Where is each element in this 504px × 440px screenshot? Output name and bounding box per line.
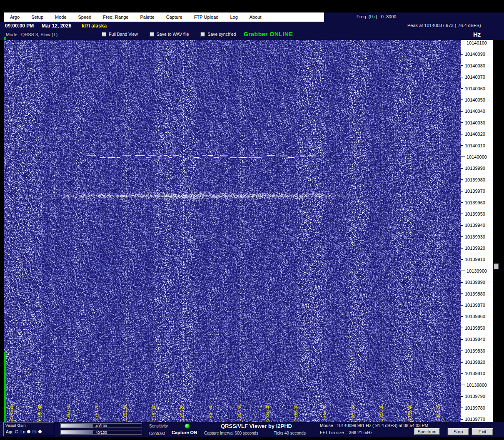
- checkbox-save-to-wav-file[interactable]: Save to WAV file: [150, 32, 189, 37]
- freq-tick: 10139910: [461, 257, 493, 262]
- checkbox-group: Full Band ViewSave to WAV fileSave synch…: [102, 32, 236, 37]
- checkbox-full-band-view[interactable]: Full Band View: [102, 32, 138, 37]
- freq-tick: 10140080: [461, 63, 493, 68]
- tick-mark-icon: [461, 419, 463, 420]
- menu-item-argo[interactable]: Argo: [4, 12, 25, 22]
- time-label: 20:53:20: [180, 405, 185, 421]
- mode-label: Mode : QRSS 3, Slow (T): [6, 32, 57, 37]
- clock-display: 09:00:00 PM: [5, 23, 34, 29]
- freq-label: 10139970: [465, 189, 485, 194]
- freq-tick: 10139980: [461, 177, 493, 182]
- mode-bar: Mode : QRSS 3, Slow (T) Full Band ViewSa…: [0, 30, 504, 40]
- tick-mark-icon: [461, 396, 463, 397]
- freq-label: 10140090: [465, 52, 485, 57]
- waterfall-area: 20:49:2020:50:0020:50:4020:51:2020:52:00…: [4, 40, 461, 422]
- menu-item-speed[interactable]: Speed: [72, 12, 97, 22]
- capture-status: Capture ON: [172, 430, 197, 435]
- visual-gain-option-hi[interactable]: Hi: [32, 429, 42, 434]
- freq-tick: 10140010: [461, 143, 493, 148]
- radio-icon: [38, 430, 42, 433]
- freq-label: 10139890: [465, 280, 485, 285]
- tick-mark-icon: [461, 328, 463, 328]
- radio-icon: [15, 430, 18, 433]
- freq-tick: 10139960: [461, 200, 493, 205]
- menu-item-capture[interactable]: Capture: [160, 12, 188, 22]
- freq-label: 10140080: [465, 63, 485, 68]
- visual-gain-option-agc[interactable]: Agc: [6, 429, 18, 434]
- checkbox-box-icon: [200, 32, 205, 37]
- radio-icon: [27, 430, 30, 433]
- menu-item-ftp-upload[interactable]: FTP Upload: [188, 12, 225, 22]
- visual-gain-options: AgcLoHi: [6, 429, 42, 434]
- freq-label: 10139830: [465, 348, 485, 353]
- time-label: 20:54:00: [208, 405, 213, 421]
- checkbox-box-icon: [102, 32, 106, 37]
- tick-mark-icon: [461, 373, 463, 374]
- time-label: 20:56:40: [322, 405, 327, 421]
- freq-label: 10140100: [467, 40, 487, 45]
- freq-tick: 10139840: [461, 337, 493, 342]
- freq-label: 10139960: [465, 200, 485, 205]
- freq-tick: 10139860: [461, 314, 493, 319]
- freq-label: 10139930: [465, 234, 485, 239]
- tick-mark-icon: [461, 168, 463, 169]
- freq-tick: 10140100: [461, 40, 493, 45]
- sensitivity-slider[interactable]: 40/100: [60, 423, 142, 428]
- freq-label: 10139810: [465, 371, 485, 376]
- freq-label: 10139850: [465, 326, 485, 331]
- freq-tick: 10139780: [461, 405, 493, 410]
- freq-tick: 10139850: [461, 326, 493, 331]
- freq-label: 10139920: [465, 246, 485, 251]
- tick-mark-icon: [461, 65, 463, 66]
- tick-mark-icon: [461, 43, 465, 43]
- menu-item-freq-range[interactable]: Freq. Range: [97, 12, 134, 22]
- menu-item-palette[interactable]: Palette: [135, 12, 160, 22]
- contrast-value: 40/100: [61, 430, 142, 435]
- menu-item-mode[interactable]: Mode: [49, 12, 72, 22]
- menu-item-log[interactable]: Log: [224, 12, 243, 22]
- freq-label: 10140010: [465, 143, 485, 148]
- tick-mark-icon: [461, 134, 463, 134]
- freq-tick: 10139770: [461, 417, 493, 422]
- freq-label: 10139790: [465, 394, 485, 399]
- freq-label: 10140000: [467, 154, 487, 159]
- freq-tick: 10139920: [461, 246, 493, 251]
- scrollbar-thumb[interactable]: [494, 264, 499, 269]
- contrast-slider[interactable]: 40/100: [60, 430, 142, 435]
- time-label: 20:58:00: [379, 405, 384, 421]
- checkbox-box-icon: [150, 32, 154, 37]
- freq-label: 10140030: [465, 120, 485, 125]
- argo-window: ArgoSetupModeSpeedFreq. RangePaletteCapt…: [0, 0, 504, 440]
- freq-tick: 10139940: [461, 223, 493, 228]
- app-title: QRSS/VLF Viewer by I2PHD: [221, 423, 292, 429]
- tick-mark-icon: [461, 111, 463, 112]
- freq-tick: 10139810: [461, 371, 493, 376]
- stop-button[interactable]: Stop: [447, 428, 469, 435]
- radio-label: Hi: [32, 429, 37, 434]
- time-label: 20:55:20: [265, 405, 270, 421]
- spectrum-button[interactable]: Spectrum: [414, 428, 440, 435]
- tick-mark-icon: [461, 122, 463, 123]
- freq-tick: 10140040: [461, 109, 493, 114]
- sensitivity-label: Sensitivity: [149, 424, 168, 428]
- freq-tick: 10140020: [461, 132, 493, 137]
- waterfall-display[interactable]: [4, 40, 461, 422]
- radio-label: Lo: [20, 429, 25, 434]
- freq-label: 10139880: [465, 291, 485, 296]
- menu-item-setup[interactable]: Setup: [25, 12, 49, 22]
- sensitivity-value: 40/100: [61, 424, 142, 428]
- checkbox-label: Save to WAV file: [157, 32, 189, 37]
- capture-progress-bar: [4, 352, 6, 422]
- freq-tick: 10139800: [461, 383, 493, 388]
- time-label: 20:57:20: [351, 405, 355, 421]
- checkbox-save-synch-ed[interactable]: Save synch'ed: [200, 32, 236, 37]
- visual-gain-option-lo[interactable]: Lo: [20, 429, 30, 434]
- exit-button[interactable]: Exit: [472, 428, 493, 435]
- freq-label: 10140070: [465, 75, 485, 80]
- freq-label: 10139990: [465, 166, 485, 171]
- freq-tick: 10140000: [461, 154, 493, 159]
- menu-item-about[interactable]: About: [244, 12, 267, 22]
- menu-bar: ArgoSetupModeSpeedFreq. RangePaletteCapt…: [4, 12, 324, 22]
- tick-mark-icon: [461, 191, 463, 191]
- freq-tick: 10139830: [461, 348, 493, 353]
